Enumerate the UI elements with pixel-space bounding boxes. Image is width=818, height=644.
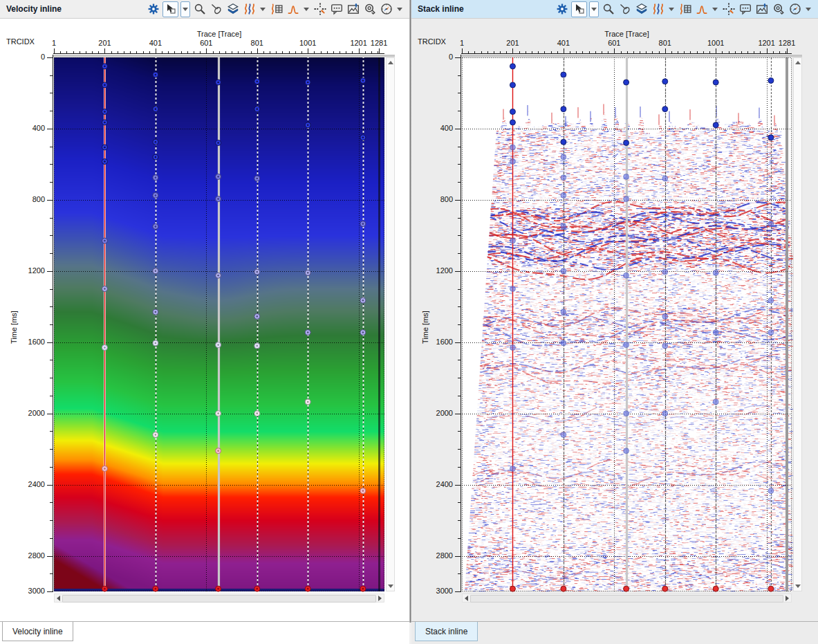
histogram-button[interactable] xyxy=(286,2,300,17)
layers-icon xyxy=(227,3,239,15)
wiggle-display-button[interactable] xyxy=(242,2,257,17)
scroll-up-icon[interactable] xyxy=(795,61,801,64)
measure-tape-icon xyxy=(772,3,785,15)
compass-dropdown-button[interactable] xyxy=(804,2,812,17)
crosshair-icon xyxy=(723,3,735,15)
zoom-button[interactable] xyxy=(601,2,615,17)
scroll-down-icon[interactable] xyxy=(388,585,393,588)
panel-title: Velocity inline xyxy=(3,4,62,14)
wiggle-grid-icon xyxy=(270,3,283,15)
histogram-icon xyxy=(696,3,708,15)
wiggle-display-button[interactable] xyxy=(651,2,665,17)
scroll-left-icon[interactable] xyxy=(465,596,468,601)
tab-stack-inline[interactable]: Stack inline xyxy=(415,622,478,641)
histogram-dropdown-icon xyxy=(304,8,309,11)
crosshair-icon xyxy=(314,3,326,15)
wiggle-display-icon xyxy=(243,3,256,15)
wiggle-display-dropdown-icon xyxy=(260,8,266,11)
comment-icon xyxy=(331,3,343,15)
wiggle-display-dropdown-icon xyxy=(669,8,674,11)
stack-panel: Stack inline TRCIDX Tra xyxy=(411,0,818,644)
export-image-icon xyxy=(756,3,768,15)
velocity-titlebar: Velocity inline xyxy=(0,0,409,19)
export-image-button[interactable] xyxy=(346,2,360,17)
stack-toolbar xyxy=(555,1,815,17)
stack-plot-client: TRCIDX Trace [Trace] Time [ms] 120140160… xyxy=(411,19,818,644)
compass-icon xyxy=(380,3,393,15)
settings-gear-button[interactable] xyxy=(555,2,569,17)
wiggle-grid-button[interactable] xyxy=(269,2,283,17)
settings-gear-icon xyxy=(147,3,160,15)
velocity-plot-client: TRCIDX Trace [Trace] Time [ms] 120140160… xyxy=(0,19,409,644)
wiggle-display-dropdown-button[interactable] xyxy=(667,2,676,17)
stack-view-canvas[interactable] xyxy=(411,19,818,602)
measure-tape-button[interactable] xyxy=(771,2,786,17)
compass-button[interactable] xyxy=(788,2,802,17)
select-mode-button[interactable] xyxy=(162,1,178,17)
scroll-right-icon[interactable] xyxy=(378,596,382,601)
pick-mouse-icon xyxy=(210,3,223,15)
compass-button[interactable] xyxy=(379,2,393,17)
stack-vertical-scrollbar[interactable] xyxy=(793,57,802,591)
velocity-panel: Velocity inline TRCIDX xyxy=(0,0,409,644)
select-mode-icon xyxy=(574,3,585,15)
comment-button[interactable] xyxy=(738,2,752,17)
scroll-right-icon[interactable] xyxy=(786,596,789,601)
select-mode-dropdown-icon xyxy=(183,8,188,11)
histogram-button[interactable] xyxy=(694,2,709,17)
select-mode-icon xyxy=(165,3,176,15)
scroll-up-icon[interactable] xyxy=(388,61,393,64)
export-image-button[interactable] xyxy=(754,2,769,17)
compass-icon xyxy=(789,3,801,15)
layers-button[interactable] xyxy=(225,2,240,17)
measure-tape-icon xyxy=(364,3,376,15)
scrollbar-thumb[interactable] xyxy=(62,595,376,602)
compass-dropdown-icon xyxy=(397,8,402,11)
layers-icon xyxy=(635,3,648,15)
select-mode-dropdown-button[interactable] xyxy=(180,1,190,17)
crosshair-button[interactable] xyxy=(721,2,736,17)
select-mode-dropdown-icon xyxy=(591,8,597,11)
compass-dropdown-icon xyxy=(806,8,811,11)
wiggle-display-dropdown-button[interactable] xyxy=(259,2,267,17)
scroll-down-icon[interactable] xyxy=(795,585,801,588)
velocity-toolbar xyxy=(146,1,407,17)
compass-dropdown-button[interactable] xyxy=(396,2,404,17)
scroll-left-icon[interactable] xyxy=(57,596,60,601)
panel-title: Stack inline xyxy=(414,4,464,14)
histogram-dropdown-button[interactable] xyxy=(302,2,310,17)
zoom-button[interactable] xyxy=(192,2,207,17)
stack-titlebar: Stack inline xyxy=(411,0,818,19)
crosshair-button[interactable] xyxy=(313,2,327,17)
select-mode-dropdown-button[interactable] xyxy=(589,1,599,17)
wiggle-display-icon xyxy=(652,3,664,15)
measure-tape-button[interactable] xyxy=(362,2,377,17)
histogram-dropdown-icon xyxy=(712,8,718,11)
histogram-icon xyxy=(287,3,299,15)
velocity-vertical-scrollbar[interactable] xyxy=(386,57,395,591)
comment-icon xyxy=(739,3,752,15)
layers-button[interactable] xyxy=(634,2,649,17)
histogram-dropdown-button[interactable] xyxy=(711,2,719,17)
settings-gear-icon xyxy=(556,3,568,15)
pick-mouse-button[interactable] xyxy=(209,2,223,17)
seismic-workspace: Velocity inline TRCIDX xyxy=(0,0,818,644)
export-image-icon xyxy=(347,3,360,15)
select-mode-button[interactable] xyxy=(571,1,587,17)
pick-mouse-button[interactable] xyxy=(617,2,632,17)
wiggle-grid-icon xyxy=(679,3,691,15)
stack-horizontal-scrollbar[interactable] xyxy=(462,594,792,602)
velocity-view-canvas[interactable] xyxy=(0,19,409,602)
comment-button[interactable] xyxy=(329,2,344,17)
velocity-horizontal-scrollbar[interactable] xyxy=(54,594,384,602)
tab-velocity-inline[interactable]: Velocity inline xyxy=(2,622,73,641)
scrollbar-thumb[interactable] xyxy=(470,595,783,602)
zoom-icon xyxy=(194,3,206,15)
pick-mouse-icon xyxy=(619,3,631,15)
zoom-icon xyxy=(602,3,615,15)
wiggle-grid-button[interactable] xyxy=(678,2,692,17)
settings-gear-button[interactable] xyxy=(146,2,160,17)
